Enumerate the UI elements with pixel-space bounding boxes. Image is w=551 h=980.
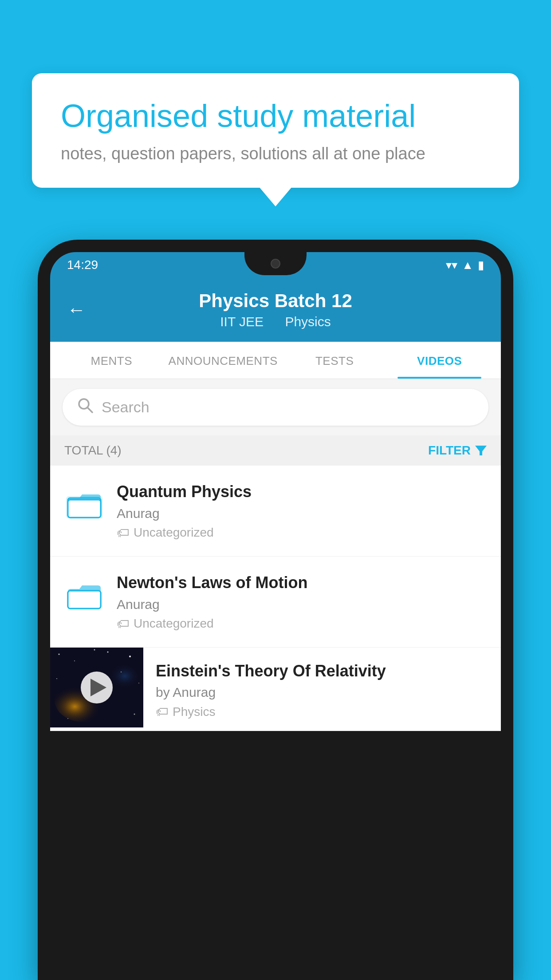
tab-announcements[interactable]: ANNOUNCEMENTS (164, 342, 282, 379)
battery-icon: ▮ (478, 258, 484, 272)
svg-point-17 (56, 678, 57, 679)
item-tag: 🏷 Physics (156, 704, 488, 719)
bubble-subtitle: notes, question papers, solutions all at… (61, 144, 490, 163)
svg-point-15 (107, 651, 109, 652)
folder-icon (64, 484, 104, 524)
list-item[interactable]: Einstein's Theory Of Relativity by Anura… (50, 648, 501, 731)
phone-screen: ← Physics Batch 12 IIT JEE Physics MENTS… (50, 278, 501, 731)
filter-button[interactable]: FILTER (428, 443, 487, 458)
item-title: Newton's Laws of Motion (117, 573, 487, 593)
video-list: Quantum Physics Anurag 🏷 Uncategorized (50, 466, 501, 731)
header-title: Physics Batch 12 (68, 290, 483, 312)
item-tag: 🏷 Uncategorized (117, 616, 487, 631)
tabs-bar: MENTS ANNOUNCEMENTS TESTS VIDEOS (50, 342, 501, 379)
back-button[interactable]: ← (67, 299, 86, 320)
total-count: TOTAL (4) (64, 443, 122, 458)
item-author: Anurag (117, 506, 487, 521)
header-subtitle: IIT JEE Physics (68, 314, 483, 329)
svg-point-13 (129, 656, 131, 657)
search-container: Search (50, 379, 501, 435)
list-item[interactable]: Newton's Laws of Motion Anurag 🏷 Uncateg… (50, 557, 501, 648)
search-icon (77, 397, 94, 418)
item-author: by Anurag (156, 685, 488, 700)
play-icon (91, 679, 106, 696)
svg-point-12 (74, 660, 75, 661)
svg-rect-7 (68, 591, 101, 609)
svg-point-20 (134, 713, 135, 715)
search-placeholder: Search (102, 399, 150, 416)
status-time: 14:29 (67, 258, 98, 272)
status-bar: 14:29 ▾▾ ▲ ▮ (50, 252, 501, 278)
item-author: Anurag (117, 597, 487, 612)
item-content: Einstein's Theory Of Relativity by Anura… (143, 648, 501, 731)
svg-marker-2 (475, 446, 487, 455)
item-title: Einstein's Theory Of Relativity (156, 661, 488, 682)
play-button[interactable] (81, 672, 113, 703)
svg-rect-5 (68, 500, 101, 518)
wifi-icon: ▾▾ (446, 258, 457, 272)
item-content: Newton's Laws of Motion Anurag 🏷 Uncateg… (117, 573, 487, 631)
header-subtitle-part2: Physics (285, 314, 331, 329)
item-title: Quantum Physics (117, 482, 487, 502)
item-content: Quantum Physics Anurag 🏷 Uncategorized (117, 482, 487, 540)
svg-point-19 (67, 718, 68, 719)
speech-bubble: Organised study material notes, question… (32, 73, 519, 188)
list-item[interactable]: Quantum Physics Anurag 🏷 Uncategorized (50, 466, 501, 557)
tag-icon: 🏷 (117, 616, 129, 631)
svg-line-1 (87, 407, 92, 412)
header-subtitle-part1: IIT JEE (220, 314, 264, 329)
status-icons: ▾▾ ▲ ▮ (446, 258, 484, 272)
filter-bar: TOTAL (4) FILTER (50, 435, 501, 466)
notch (244, 252, 307, 275)
svg-point-11 (59, 653, 60, 655)
search-bar[interactable]: Search (63, 389, 488, 426)
phone-frame: 14:29 ▾▾ ▲ ▮ ← Physics Batch 12 IIT JEE … (38, 240, 513, 980)
folder-icon (64, 575, 104, 615)
video-thumbnail (50, 648, 143, 727)
tab-videos[interactable]: VIDEOS (387, 342, 492, 379)
tag-icon: 🏷 (117, 526, 129, 540)
tab-tests[interactable]: TESTS (282, 342, 387, 379)
svg-point-14 (121, 672, 122, 672)
signal-icon: ▲ (462, 258, 473, 272)
app-header: ← Physics Batch 12 IIT JEE Physics (50, 278, 501, 342)
svg-point-18 (94, 649, 95, 650)
camera (271, 259, 280, 269)
bubble-title: Organised study material (61, 98, 490, 134)
tag-icon: 🏷 (156, 704, 168, 719)
svg-point-16 (138, 683, 139, 684)
tab-ments[interactable]: MENTS (59, 342, 164, 379)
item-tag: 🏷 Uncategorized (117, 526, 487, 540)
